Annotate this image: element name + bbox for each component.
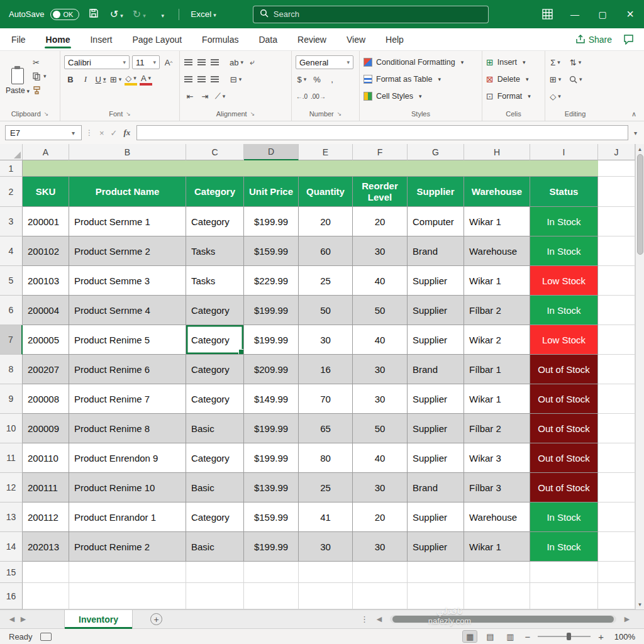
cell-G8[interactable]: Brand bbox=[408, 355, 464, 384]
cell-I8[interactable]: Out of Stock bbox=[530, 355, 598, 384]
search-input[interactable] bbox=[274, 9, 482, 19]
text-direction-icon[interactable]: ⟋▾ bbox=[214, 90, 226, 103]
cell-I13[interactable]: In Stock bbox=[530, 502, 598, 532]
horizontal-scrollbar-thumb[interactable] bbox=[392, 616, 614, 623]
cell-F11[interactable]: 40 bbox=[353, 443, 408, 473]
cell-F14[interactable]: 30 bbox=[353, 532, 408, 562]
header-cell-unit-price[interactable]: Unit Price bbox=[244, 177, 299, 207]
cell-I15[interactable] bbox=[530, 562, 598, 583]
zoom-out-icon[interactable]: − bbox=[523, 631, 531, 642]
cell-J7[interactable] bbox=[598, 325, 635, 355]
cell-styles-button[interactable]: Cell Styles▾ bbox=[364, 89, 478, 104]
italic-button[interactable]: I bbox=[79, 73, 92, 86]
header-cell-sku[interactable]: SKU bbox=[23, 177, 69, 207]
column-header-J[interactable]: J bbox=[598, 144, 635, 160]
name-box-dropdown-icon[interactable]: ▾ bbox=[70, 130, 77, 136]
cell-C7[interactable]: Category bbox=[186, 325, 244, 355]
cell-F8[interactable]: 30 bbox=[353, 355, 408, 384]
cell-I12[interactable]: Out of Stock bbox=[530, 473, 598, 502]
header-cell-product-name[interactable]: Product Name bbox=[69, 177, 186, 207]
cell-G11[interactable]: Supplier bbox=[408, 443, 464, 473]
row-header-12[interactable]: 12 bbox=[0, 473, 23, 502]
prev-sheet-icon[interactable]: ◀ bbox=[6, 615, 18, 623]
tab-help[interactable]: Help bbox=[384, 30, 405, 50]
cell-H3[interactable]: Wikar 1 bbox=[464, 207, 530, 236]
cell-E15[interactable] bbox=[299, 562, 353, 583]
conditional-formatting-button[interactable]: Conditional Formatting▾ bbox=[364, 55, 478, 70]
cell-G6[interactable]: Supplier bbox=[408, 296, 464, 325]
percent-icon[interactable]: % bbox=[311, 73, 323, 86]
cell-B8[interactable]: Product Renime 6 bbox=[69, 355, 186, 384]
cell-D11[interactable]: $199.99 bbox=[244, 443, 299, 473]
row-header-11[interactable]: 11 bbox=[0, 443, 23, 473]
row-header-2[interactable]: 2 bbox=[0, 177, 23, 207]
orientation-icon[interactable]: ab▾ bbox=[230, 56, 243, 69]
cell-H8[interactable]: Fílbar 1 bbox=[464, 355, 530, 384]
share-button[interactable]: Share bbox=[575, 35, 612, 45]
cell-E13[interactable]: 41 bbox=[299, 502, 353, 532]
cell-F6[interactable]: 50 bbox=[353, 296, 408, 325]
underline-button[interactable]: U▾ bbox=[94, 73, 107, 86]
number-format-select[interactable]: General▾ bbox=[296, 55, 353, 69]
borders-icon[interactable]: ⊞▾ bbox=[109, 73, 122, 86]
cell-J16[interactable] bbox=[598, 583, 635, 609]
new-sheet-button[interactable]: + bbox=[150, 613, 162, 625]
cell-F3[interactable]: 20 bbox=[353, 207, 408, 236]
cell-H6[interactable]: Fílbar 2 bbox=[464, 296, 530, 325]
zoom-slider-thumb[interactable] bbox=[567, 633, 571, 640]
cell-I7[interactable]: Low Stock bbox=[530, 325, 598, 355]
row-header-3[interactable]: 3 bbox=[0, 207, 23, 236]
expand-formula-bar-icon[interactable]: ▾ bbox=[632, 130, 639, 136]
cell-F9[interactable]: 30 bbox=[353, 384, 408, 414]
clipboard-dialog-launcher-icon[interactable]: ↘ bbox=[44, 111, 49, 117]
format-painter-button[interactable] bbox=[33, 84, 47, 96]
column-header-D[interactable]: D bbox=[244, 144, 299, 160]
scroll-down-icon[interactable]: ▼ bbox=[636, 599, 644, 609]
cell-D14[interactable]: $199.99 bbox=[244, 532, 299, 562]
tab-insert[interactable]: Insert bbox=[89, 30, 113, 50]
row-header-5[interactable]: 5 bbox=[0, 266, 23, 296]
customize-toolbar-icon[interactable]: ▾ bbox=[153, 9, 170, 20]
cell-J10[interactable] bbox=[598, 414, 635, 443]
cell-H16[interactable] bbox=[464, 583, 530, 609]
cell-H11[interactable]: Wikar 3 bbox=[464, 443, 530, 473]
cell-A11[interactable]: 200110 bbox=[23, 443, 69, 473]
insert-function-icon[interactable]: fx bbox=[124, 128, 131, 138]
align-center-icon[interactable] bbox=[197, 76, 206, 77]
delete-cells-button[interactable]: ⊠ Delete▾ bbox=[486, 72, 541, 87]
cell-D16[interactable] bbox=[244, 583, 299, 609]
cell-C4[interactable]: Tasks bbox=[186, 236, 244, 266]
cell-D4[interactable]: $159.99 bbox=[244, 236, 299, 266]
header-cell-reorder-level[interactable]: Reorder Level bbox=[353, 177, 408, 207]
cell-C5[interactable]: Tasks bbox=[186, 266, 244, 296]
redo-icon[interactable]: ↻▾ bbox=[131, 8, 147, 20]
tab-home[interactable]: Home bbox=[45, 30, 72, 50]
tab-page-layout[interactable]: Page Layout bbox=[131, 30, 183, 50]
cell-H7[interactable]: Wikar 2 bbox=[464, 325, 530, 355]
hscroll-right-icon[interactable]: ▶ bbox=[621, 615, 633, 623]
cell-E5[interactable]: 25 bbox=[299, 266, 353, 296]
cell-F12[interactable]: 30 bbox=[353, 473, 408, 502]
keyboard-icon[interactable] bbox=[40, 633, 52, 641]
tab-file[interactable]: File bbox=[10, 30, 27, 50]
cell-J5[interactable] bbox=[598, 266, 635, 296]
header-cell-quantity[interactable]: Quantity bbox=[299, 177, 353, 207]
cell-H5[interactable]: Wikar 1 bbox=[464, 266, 530, 296]
increase-decimal-icon[interactable]: ←.0 bbox=[296, 90, 308, 103]
cell-G13[interactable]: Supplier bbox=[408, 502, 464, 532]
cell-G9[interactable]: Supplier bbox=[408, 384, 464, 414]
number-dialog-launcher-icon[interactable]: ↘ bbox=[337, 111, 342, 117]
row-header-7[interactable]: 7 bbox=[0, 325, 23, 355]
cell-B13[interactable]: Product Enrandor 1 bbox=[69, 502, 186, 532]
bold-button[interactable]: B bbox=[64, 73, 77, 86]
row-header-16[interactable]: 16 bbox=[0, 583, 23, 609]
cell-G12[interactable]: Brand bbox=[408, 473, 464, 502]
name-box[interactable]: E7▾ bbox=[5, 125, 82, 140]
cell-H15[interactable] bbox=[464, 562, 530, 583]
vertical-scrollbar-thumb[interactable] bbox=[637, 154, 643, 255]
cell-H14[interactable]: Wikar 1 bbox=[464, 532, 530, 562]
cell-G15[interactable] bbox=[408, 562, 464, 583]
zoom-slider[interactable] bbox=[538, 636, 591, 637]
currency-icon[interactable]: $▾ bbox=[296, 73, 308, 86]
cell-C15[interactable] bbox=[186, 562, 244, 583]
